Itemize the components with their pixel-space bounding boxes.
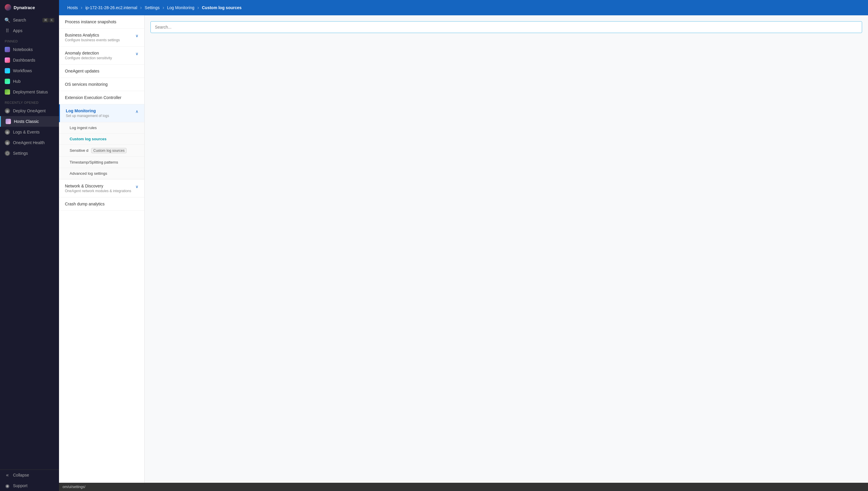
sidebar-item-notebooks[interactable]: Notebooks	[0, 44, 59, 55]
oneagent-health-label: OneAgent Health	[13, 140, 45, 145]
nav-log-monitoring[interactable]: Log Monitoring Set up management of logs…	[59, 104, 144, 122]
breadcrumb-sep-3: ›	[163, 5, 164, 10]
pinned-section-label: Pinned	[0, 36, 59, 44]
nav-anomaly-detection[interactable]: Anomaly detection Configure detection se…	[59, 47, 144, 64]
nav-extension-title: Extension Execution Controller	[65, 95, 138, 100]
search-input[interactable]	[155, 25, 858, 29]
sidebar-item-settings[interactable]: ⚙ Settings	[0, 148, 59, 158]
deployment-status-icon	[5, 89, 10, 95]
sidebar-item-hosts-classic[interactable]: Hosts Classic	[0, 116, 59, 127]
support-label: Support	[13, 483, 27, 488]
log-ingest-rules-label: Log ingest rules	[70, 125, 97, 130]
custom-log-sources-label: Custom log sources	[70, 137, 107, 141]
support-icon: ◉	[5, 483, 10, 488]
notebooks-label: Notebooks	[13, 47, 33, 52]
sub-item-sensitive-data[interactable]: Sensitive d Custom log sources	[59, 145, 144, 157]
nav-process-instance-snapshots[interactable]: Process instance snapshots	[59, 15, 144, 29]
nav-os-services-title: OS services monitoring	[65, 82, 138, 87]
hosts-classic-icon	[6, 119, 11, 124]
breadcrumb-custom-log-sources[interactable]: Custom log sources	[199, 4, 244, 11]
sidebar: Dynatrace 🔍 Search ⌘ K ⠿ Apps Pinned Not…	[0, 0, 59, 491]
sidebar-item-deploy-oneagent[interactable]: ◉ Deploy OneAgent	[0, 106, 59, 116]
breadcrumb: Hosts › ip-172-31-28-26.ec2.internal › S…	[65, 4, 244, 11]
search-box-container	[151, 21, 862, 33]
logs-events-icon: ◉	[5, 129, 10, 135]
nav-anomaly-detection-subtitle: Configure detection sensitivity	[65, 56, 133, 60]
sidebar-item-workflows[interactable]: Workflows	[0, 65, 59, 76]
logs-events-label: Logs & Events	[13, 130, 39, 135]
hosts-classic-label: Hosts Classic	[14, 119, 39, 124]
nav-process-instance-title: Process instance snapshots	[65, 20, 138, 24]
settings-label: Settings	[13, 151, 28, 155]
nav-business-analytics[interactable]: Business Analytics Configure business ev…	[59, 29, 144, 47]
nav-crash-dump-analytics[interactable]: Crash dump analytics	[59, 198, 144, 211]
collapse-icon: «	[5, 472, 10, 478]
breadcrumb-sep-4: ›	[197, 5, 199, 10]
recent-section-label: Recently opened	[0, 97, 59, 106]
advanced-log-settings-label: Advanced log settings	[70, 171, 107, 176]
log-monitoring-chevron: ∧	[135, 109, 138, 114]
deploy-oneagent-icon: ◉	[5, 108, 10, 113]
search-label: Search	[13, 18, 26, 22]
sidebar-bottom: « Collapse ◉ Support	[0, 469, 59, 491]
settings-nav: Process instance snapshots Business Anal…	[59, 15, 144, 483]
nav-extension-execution-controller[interactable]: Extension Execution Controller	[59, 91, 144, 104]
breadcrumb-sep-2: ›	[140, 5, 142, 10]
sub-item-log-ingest-rules[interactable]: Log ingest rules	[59, 122, 144, 134]
nav-network-discovery-subtitle: OneAgent network modules & integrations	[65, 189, 133, 193]
nav-business-analytics-subtitle: Configure business events settings	[65, 38, 133, 42]
kbd1: ⌘	[43, 18, 49, 22]
nav-log-monitoring-title: Log Monitoring	[66, 109, 133, 113]
sidebar-item-deployment-status[interactable]: Deployment Status	[0, 87, 59, 97]
deployment-status-label: Deployment Status	[13, 90, 48, 94]
nav-anomaly-detection-title: Anomaly detection	[65, 51, 133, 55]
logo-label: Dynatrace	[13, 5, 35, 10]
sensitive-data-tooltip-badge: Custom log sources	[91, 148, 127, 153]
sidebar-item-search[interactable]: 🔍 Search ⌘ K	[0, 15, 59, 25]
nav-business-analytics-title: Business Analytics	[65, 33, 133, 37]
nav-oneagent-updates[interactable]: OneAgent updates	[59, 64, 144, 78]
breadcrumb-host-ip[interactable]: ip-172-31-28-26.ec2.internal	[83, 4, 140, 11]
oneagent-health-icon: ◉	[5, 140, 10, 145]
sub-item-timestamp-splitting[interactable]: Timestamp/Splitting patterns	[59, 157, 144, 168]
workflows-icon	[5, 68, 10, 74]
hub-label: Hub	[13, 79, 21, 84]
timestamp-splitting-label: Timestamp/Splitting patterns	[70, 160, 118, 165]
breadcrumb-hosts[interactable]: Hosts	[65, 4, 80, 11]
dynatrace-logo-icon	[5, 4, 11, 10]
dashboards-icon	[5, 57, 10, 63]
collapse-label: Collapse	[13, 473, 29, 478]
breadcrumb-settings[interactable]: Settings	[142, 4, 162, 11]
sidebar-item-logs-events[interactable]: ◉ Logs & Events	[0, 127, 59, 137]
search-icon: 🔍	[5, 18, 10, 23]
nav-oneagent-updates-title: OneAgent updates	[65, 69, 138, 74]
sub-item-custom-log-sources[interactable]: Custom log sources	[59, 134, 144, 145]
status-url: om/ui/settings/	[62, 485, 85, 489]
dashboards-label: Dashboards	[13, 58, 35, 62]
sensitive-data-label: Sensitive d	[70, 148, 88, 153]
topbar: Hosts › ip-172-31-28-26.ec2.internal › S…	[59, 0, 868, 15]
apps-icon: ⠿	[5, 28, 10, 33]
sidebar-item-hub[interactable]: Hub	[0, 76, 59, 87]
kbd2: K	[49, 18, 54, 22]
sidebar-item-collapse[interactable]: « Collapse	[0, 470, 59, 481]
keyboard-shortcut: ⌘ K	[43, 18, 54, 22]
main-panel	[144, 15, 868, 483]
breadcrumb-log-monitoring[interactable]: Log Monitoring	[165, 4, 197, 11]
sidebar-item-apps[interactable]: ⠿ Apps	[0, 25, 59, 36]
settings-icon: ⚙	[5, 151, 10, 156]
sidebar-item-oneagent-health[interactable]: ◉ OneAgent Health	[0, 137, 59, 148]
nav-os-services-monitoring[interactable]: OS services monitoring	[59, 78, 144, 91]
main-content: Hosts › ip-172-31-28-26.ec2.internal › S…	[59, 0, 868, 491]
nav-network-discovery[interactable]: Network & Discovery OneAgent network mod…	[59, 179, 144, 198]
sidebar-item-support[interactable]: ◉ Support	[0, 481, 59, 491]
apps-label: Apps	[13, 28, 22, 33]
log-monitoring-sub-items: Log ingest rules Custom log sources Sens…	[59, 122, 144, 179]
hub-icon	[5, 79, 10, 84]
nav-network-discovery-title: Network & Discovery	[65, 183, 133, 188]
logo[interactable]: Dynatrace	[0, 0, 59, 15]
breadcrumb-sep-1: ›	[81, 5, 82, 10]
sidebar-item-dashboards[interactable]: Dashboards	[0, 55, 59, 65]
nav-log-monitoring-subtitle: Set up management of logs	[66, 114, 133, 118]
sub-item-advanced-log-settings[interactable]: Advanced log settings	[59, 168, 144, 179]
